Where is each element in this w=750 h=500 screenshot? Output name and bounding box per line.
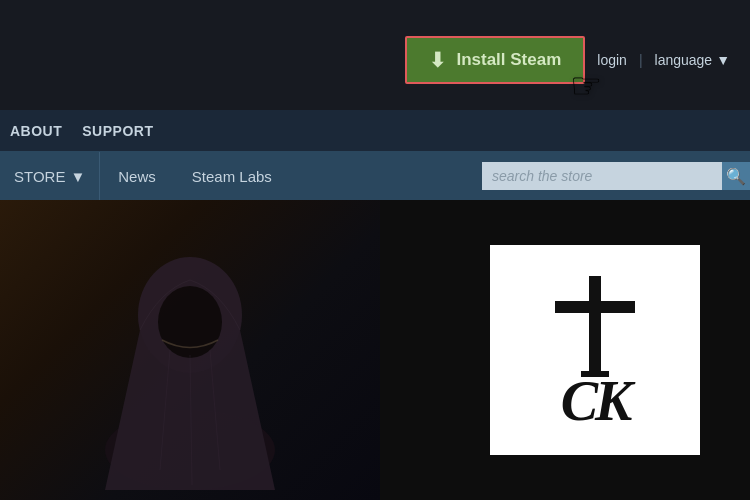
install-steam-label: Install Steam <box>456 50 561 70</box>
store-tab-dropdown[interactable]: STORE ▼ <box>0 152 100 200</box>
login-link[interactable]: login <box>597 52 627 68</box>
language-label: language <box>655 52 713 68</box>
header-divider: | <box>639 52 643 68</box>
nav-bar: STORE ▼ News Steam Labs 🔍 <box>0 152 750 200</box>
header-right: ⬇ Install Steam login | language ▼ <box>405 36 730 84</box>
header-bar: ⬇ Install Steam login | language ▼ ☞ <box>0 0 750 110</box>
search-button[interactable]: 🔍 <box>722 162 750 190</box>
steam-labs-tab[interactable]: Steam Labs <box>174 152 290 200</box>
chevron-down-icon: ▼ <box>716 52 730 68</box>
news-tab[interactable]: News <box>100 152 174 200</box>
hooded-figure-svg <box>80 210 300 490</box>
hero-area: CK <box>0 200 750 500</box>
hero-left-image <box>0 200 380 500</box>
nav-tabs: STORE ▼ News Steam Labs <box>0 152 290 200</box>
chevron-down-icon: ▼ <box>70 168 85 185</box>
ck-logo-container: CK <box>490 245 700 455</box>
about-link[interactable]: ABOUT <box>10 123 62 139</box>
about-support-bar: ABOUT SUPPORT <box>0 110 750 152</box>
support-link[interactable]: SUPPORT <box>82 123 153 139</box>
search-icon: 🔍 <box>726 167 746 186</box>
search-input[interactable] <box>482 162 722 190</box>
ck-logo: CK <box>490 245 700 455</box>
store-label: STORE <box>14 168 65 185</box>
ck-text-label: CK <box>561 373 630 429</box>
cross-svg <box>545 271 645 381</box>
install-steam-button[interactable]: ⬇ Install Steam <box>405 36 585 84</box>
language-button[interactable]: language ▼ <box>655 52 730 68</box>
svg-rect-7 <box>589 276 601 376</box>
svg-rect-8 <box>555 301 635 313</box>
search-area: 🔍 <box>290 152 750 200</box>
download-icon: ⬇ <box>429 48 446 72</box>
